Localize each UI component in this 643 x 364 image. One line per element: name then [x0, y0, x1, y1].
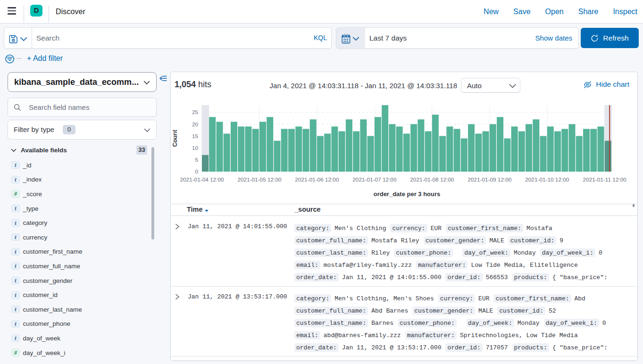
- nav-open[interactable]: Open: [545, 8, 564, 16]
- svg-text:2021-01-07 12:00: 2021-01-07 12:00: [352, 176, 397, 183]
- field-item-customer_full_name[interactable]: tcustomer_full_name: [8, 259, 149, 273]
- field-value: MALE: [489, 237, 504, 244]
- interval-select[interactable]: Auto: [461, 78, 520, 93]
- date-quick-select-button[interactable]: [336, 28, 365, 48]
- row-timestamp: Jan 11, 2021 @ 13:53:17.000: [188, 293, 287, 300]
- field-name: currency: [23, 234, 48, 241]
- field-item-customer_first_name[interactable]: tcustomer_first_name: [8, 245, 149, 259]
- text-field-icon: t: [11, 161, 20, 169]
- field-key-badge: day_of_week_i:: [540, 248, 595, 257]
- source-line: email:abd@barnes-family.zzzmanufacturer:…: [294, 329, 632, 341]
- hits-count-line: 1,054 hits: [175, 80, 211, 90]
- saved-query-menu-button[interactable]: [4, 28, 32, 48]
- field-value: Abd: [575, 295, 585, 302]
- text-field-icon: t: [11, 306, 20, 313]
- refresh-icon: [591, 34, 599, 42]
- table-row: Jan 11, 2021 @ 13:53:17.000category:Men'…: [171, 287, 637, 356]
- svg-text:0: 0: [195, 168, 198, 175]
- field-list: t_idt_index#_scoret_typetcategorytcurren…: [8, 158, 149, 360]
- field-item-day_of_week[interactable]: tday_of_week: [8, 331, 149, 346]
- field-key-badge: customer_first_name:: [493, 294, 571, 303]
- filter-by-type-dropdown[interactable]: Filter by type 0: [8, 120, 157, 140]
- field-item-category[interactable]: tcategory: [8, 215, 149, 230]
- table-scrollbar[interactable]: [633, 204, 635, 207]
- source-line: order_date:Jan 11, 2021 @ 14:01:55.000or…: [294, 271, 632, 283]
- field-key-badge: day_of_week:: [466, 319, 514, 327]
- eye-slash-icon: [584, 81, 592, 89]
- chevron-down-icon: [11, 145, 17, 156]
- available-fields-count-badge: 33: [136, 145, 147, 155]
- source-line: customer_full_name:Abd Barnescustomer_ge…: [294, 305, 632, 317]
- field-item-customer_last_name[interactable]: tcustomer_last_name: [8, 302, 149, 317]
- field-item-day_of_week_i[interactable]: #day_of_week_i: [8, 346, 149, 360]
- top-header: D Discover NewSaveOpenShareInspect: [0, 0, 643, 24]
- field-item-currency[interactable]: tcurrency: [8, 230, 149, 245]
- text-field-icon: t: [11, 320, 20, 328]
- time-range-value[interactable]: Last 7 days: [369, 28, 407, 48]
- field-search-box[interactable]: Search field names: [8, 98, 157, 117]
- search-icon: [14, 104, 21, 111]
- field-name: _score: [23, 190, 42, 198]
- field-key-badge: customer_last_name:: [294, 319, 368, 327]
- field-item-_id[interactable]: t_id: [8, 158, 149, 173]
- date-picker[interactable]: Last 7 days Show dates: [336, 27, 579, 49]
- row-source: category:Men's Clothingcurrency:EURcusto…: [294, 222, 632, 283]
- menu-icon[interactable]: [8, 7, 16, 15]
- source-line: email:mostafa@riley-family.zzzmanufactur…: [294, 259, 632, 271]
- search-input[interactable]: Search: [36, 28, 59, 48]
- field-key-badge: email:: [294, 331, 320, 339]
- add-filter-button[interactable]: + Add filter: [27, 52, 63, 65]
- field-item-_score[interactable]: #_score: [8, 187, 149, 201]
- column-header-time[interactable]: Time: [187, 204, 203, 216]
- sidebar-scrollbar[interactable]: [151, 147, 154, 240]
- field-value: 0: [599, 249, 602, 256]
- filter-icon[interactable]: [5, 54, 15, 64]
- nav-share[interactable]: Share: [578, 8, 599, 16]
- field-key-badge: category:: [294, 224, 331, 232]
- source-line: category:Men's Clothingcurrency:EURcusto…: [294, 222, 632, 234]
- svg-text:Count: Count: [172, 130, 178, 147]
- field-item-customer_gender[interactable]: tcustomer_gender: [8, 273, 149, 288]
- field-name: _id: [23, 162, 32, 169]
- top-nav: NewSaveOpenShareInspect: [484, 0, 637, 24]
- field-value: { "base_price":: [552, 274, 608, 281]
- row-timestamp: Jan 11, 2021 @ 14:01:55.000: [188, 223, 287, 230]
- field-item-_type[interactable]: t_type: [8, 201, 149, 216]
- field-item-customer_phone[interactable]: tcustomer_phone: [8, 317, 149, 331]
- available-fields-header[interactable]: Available fields 33: [8, 145, 157, 156]
- svg-text:15: 15: [192, 133, 199, 140]
- field-key-badge: customer_id:: [509, 236, 557, 245]
- calendar-icon: [342, 33, 350, 43]
- field-key-badge: category:: [294, 294, 331, 303]
- sort-desc-icon: [204, 208, 209, 213]
- nav-inspect[interactable]: Inspect: [613, 8, 637, 16]
- search-bar[interactable]: Search KQL: [4, 27, 332, 49]
- index-pattern-switcher[interactable]: kibana_sample_data_ecomm...: [8, 72, 157, 92]
- field-name: _index: [23, 176, 42, 183]
- collapse-sidebar-icon[interactable]: [159, 75, 167, 82]
- number-field-icon: #: [11, 349, 20, 356]
- kql-syntax-button[interactable]: KQL: [314, 28, 327, 48]
- field-item-_index[interactable]: t_index: [8, 173, 149, 187]
- hide-chart-button[interactable]: Hide chart: [584, 80, 629, 89]
- text-field-icon: t: [11, 334, 20, 342]
- field-key-badge: currency:: [438, 294, 475, 303]
- text-field-icon: t: [11, 291, 20, 299]
- field-key-badge: customer_gender:: [424, 236, 486, 245]
- refresh-button[interactable]: Refresh: [581, 28, 639, 48]
- expand-row-icon[interactable]: [175, 294, 180, 300]
- histogram-chart[interactable]: 05101520252021-01-04 12:002021-01-05 12:…: [171, 96, 637, 204]
- field-key-badge: customer_id:: [497, 306, 545, 315]
- index-pattern-label: kibana_sample_data_ecomm...: [14, 73, 139, 91]
- field-name: category: [23, 219, 48, 226]
- field-key-badge: manufacturer:: [416, 261, 468, 269]
- show-dates-button[interactable]: Show dates: [535, 28, 572, 48]
- field-value: Men's Clothing: [334, 225, 386, 232]
- field-name: customer_id: [23, 291, 58, 298]
- expand-row-icon[interactable]: [175, 223, 180, 230]
- nav-save[interactable]: Save: [513, 8, 530, 16]
- results-panel: 1,054 hits Jan 4, 2021 @ 14:03:31.118 - …: [170, 72, 638, 361]
- nav-new[interactable]: New: [484, 8, 499, 16]
- app-logo[interactable]: D: [30, 5, 42, 17]
- field-item-customer_id[interactable]: tcustomer_id: [8, 288, 149, 302]
